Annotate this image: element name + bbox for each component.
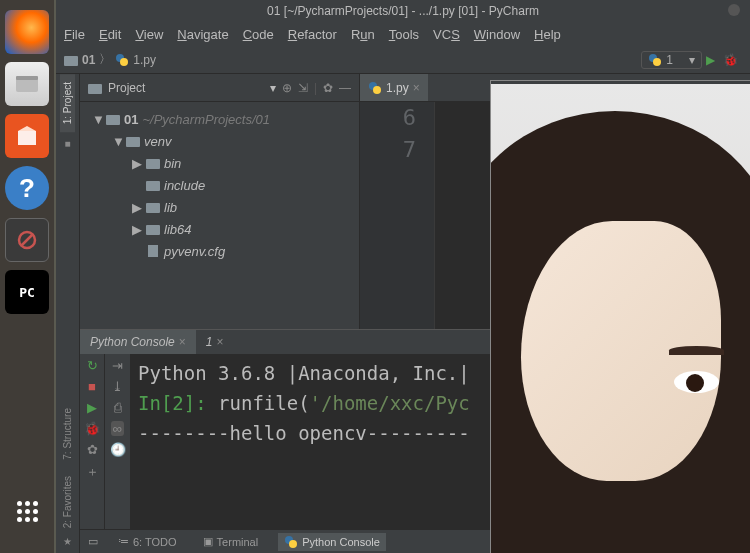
launcher-software[interactable] [5,114,49,158]
tree-label: lib64 [164,222,191,237]
launcher-help[interactable]: ? [5,166,49,210]
file-icon [146,244,160,258]
run-config-name: 1 [666,53,673,67]
folder-icon [88,82,102,94]
svg-rect-12 [126,137,140,147]
menu-navigate[interactable]: Navigate [177,27,228,42]
rerun-icon[interactable]: ↻ [87,358,98,373]
console-tab-run[interactable]: 1 × [196,330,234,354]
folder-icon [146,223,160,235]
tree-lib64[interactable]: ▶ lib64 [84,218,355,240]
launcher-files[interactable] [5,62,49,106]
tree-venv[interactable]: ▼ venv [84,130,355,152]
folder-icon [146,201,160,213]
menu-help[interactable]: Help [534,27,561,42]
sidebar-tab-project[interactable]: 1: Project [60,74,75,132]
image-content [491,81,750,553]
statusbar-terminal[interactable]: ▣ Terminal [197,533,265,550]
tree-lib[interactable]: ▶ lib [84,196,355,218]
status-show-icon[interactable]: ▭ [88,535,98,548]
launcher-pycharm[interactable]: PC [5,270,49,314]
svg-point-7 [120,58,128,66]
menu-window[interactable]: Window [474,27,520,42]
add-icon[interactable]: ＋ [86,463,99,481]
svg-rect-11 [106,115,120,125]
project-header: Project ▾ ⊕ ⇲ | ✿ — [80,74,359,102]
svg-rect-13 [146,159,160,169]
gear-icon[interactable]: ✿ [323,81,333,95]
line-number: 6 [360,102,416,134]
statusbar-pyconsole[interactable]: Python Console [278,533,386,551]
os-launcher: ? PC [0,0,54,553]
breadcrumb[interactable]: 01 〉 1.py [64,51,156,68]
python-icon [284,535,298,549]
svg-rect-5 [64,56,78,66]
tab-label: 1 [206,335,213,349]
tree-label: lib [164,200,177,215]
window-title: 01 [~/PycharmProjects/01] - .../1.py [01… [267,4,539,18]
launcher-firefox[interactable] [5,10,49,54]
tree-label: bin [164,156,181,171]
tree-pyvenv[interactable]: pyvenv.cfg [84,240,355,262]
run-config-selector[interactable]: 1 ▾ [641,51,702,69]
bookmark-icon[interactable]: ■ [64,138,70,149]
project-tree: ▼ 01 ~/PycharmProjects/01 ▼ venv ▶ [80,102,359,329]
image-preview-window[interactable] [490,80,750,553]
menubar: File Edit View Navigate Code Refactor Ru… [56,22,750,46]
editor-tab-file[interactable]: 1.py × [360,74,428,101]
menu-file[interactable]: File [64,27,85,42]
expand-icon[interactable]: ▶ [132,222,142,237]
run-icon[interactable]: ▶ [87,400,97,415]
settings-icon[interactable]: ✿ [87,442,98,457]
svg-point-9 [653,58,661,66]
menu-refactor[interactable]: Refactor [288,27,337,42]
debug-icon[interactable]: 🐞 [84,421,100,436]
chevron-right-icon: 〉 [99,51,111,68]
menu-vcs[interactable]: VCS [433,27,460,42]
tree-bin[interactable]: ▶ bin [84,152,355,174]
svg-point-21 [289,540,297,548]
launcher-screenshot[interactable] [5,218,49,262]
tree-root[interactable]: ▼ 01 ~/PycharmProjects/01 [84,108,355,130]
svg-point-19 [373,86,381,94]
chevron-down-icon: ▾ [689,53,695,67]
menu-run[interactable]: Run [351,27,375,42]
stop-icon[interactable]: ■ [88,379,96,394]
menu-view[interactable]: View [135,27,163,42]
close-icon[interactable]: × [413,81,420,95]
console-tab-python[interactable]: Python Console × [80,330,196,354]
close-icon[interactable]: × [216,335,223,349]
console-toolbar-1: ↻ ■ ▶ 🐞 ✿ ＋ [80,354,104,529]
debug-button[interactable]: 🐞 [723,53,738,67]
collapse-icon[interactable]: ▼ [92,112,102,127]
chevron-down-icon[interactable]: ▾ [270,81,276,95]
sidebar-tab-structure[interactable]: 7: Structure [60,400,75,468]
tree-include[interactable]: include [84,174,355,196]
locate-icon[interactable]: ⊕ [282,81,292,95]
svg-line-4 [21,234,33,246]
statusbar-todo[interactable]: ≔ 6: TODO [112,533,183,550]
print-icon[interactable]: ⎙ [114,400,122,415]
left-gutter: 1: Project ■ 7: Structure 2: Favorites ★ [56,74,80,553]
menu-edit[interactable]: Edit [99,27,121,42]
line-number: 7 [360,134,416,166]
run-button[interactable]: ▶ [706,53,715,67]
sidebar-tab-favorites[interactable]: 2: Favorites [60,468,75,536]
history-icon[interactable]: 🕘 [110,442,126,457]
menu-tools[interactable]: Tools [389,27,419,42]
tree-label: venv [144,134,171,149]
expand-icon[interactable]: ▶ [132,156,142,171]
scroll-icon[interactable]: ⤓ [112,379,123,394]
expand-icon[interactable]: ⇲ [298,81,308,95]
minimize-button[interactable] [728,4,740,16]
hide-icon[interactable]: — [339,81,351,95]
collapse-icon[interactable]: ▼ [112,134,122,149]
launcher-apps[interactable] [5,489,49,533]
todo-icon: ≔ [118,535,129,548]
link-icon[interactable]: ∞ [111,421,124,436]
close-icon[interactable]: × [179,335,186,349]
menu-code[interactable]: Code [243,27,274,42]
soft-wrap-icon[interactable]: ⇥ [112,358,123,373]
expand-icon[interactable]: ▶ [132,200,142,215]
svg-rect-17 [148,245,158,257]
